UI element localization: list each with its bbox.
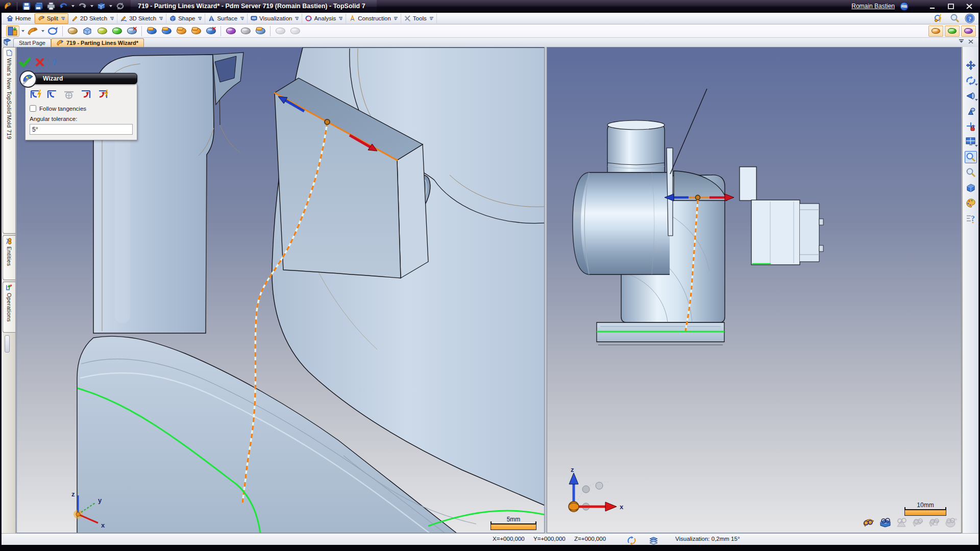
save-all-icon[interactable] — [34, 2, 43, 11]
print-icon[interactable] — [46, 2, 56, 11]
toolbar-cavity-shape-icon[interactable] — [110, 26, 124, 37]
menu-tools-caret-icon[interactable] — [430, 17, 433, 20]
undo-icon[interactable] — [59, 2, 68, 11]
anchor-point-icon[interactable] — [62, 88, 76, 101]
menu-3d-sketch-caret-icon[interactable] — [159, 17, 163, 20]
menu-visualization-caret-icon[interactable] — [295, 17, 299, 20]
minimize-button[interactable] — [926, 2, 939, 11]
save-icon[interactable] — [22, 2, 31, 11]
visibility-blue-icon[interactable] — [879, 517, 892, 528]
orbit-icon[interactable] — [965, 74, 977, 87]
angular-tolerance-input[interactable] — [30, 124, 133, 135]
toolbar-mold-part-1-icon[interactable] — [145, 26, 158, 37]
undo-caret-icon[interactable] — [71, 5, 75, 7]
menu-home[interactable]: Home — [4, 13, 35, 23]
model-view-right[interactable] — [547, 47, 962, 533]
filter-green-icon[interactable] — [945, 26, 960, 37]
viewport-layout-icon[interactable] — [965, 136, 977, 148]
toolbar-stamp-1-icon[interactable] — [274, 26, 287, 37]
toolbar-block-shape-icon[interactable] — [81, 26, 94, 37]
propagate-forward-auto-icon[interactable] — [95, 88, 108, 101]
menu-shape-caret-icon[interactable] — [198, 17, 202, 20]
toolbar-purple-part-icon[interactable] — [224, 26, 237, 37]
redo-caret-icon[interactable] — [90, 5, 93, 7]
close-button[interactable] — [963, 2, 976, 11]
toolbar-rotate-angle-icon[interactable]: x — [46, 26, 59, 37]
menu-construction[interactable]: Construction — [346, 13, 401, 23]
menu-split[interactable]: Split — [35, 13, 68, 24]
sidebar-tab-entities[interactable]: Entities — [3, 235, 15, 280]
menu-visualization[interactable]: Visualization — [248, 13, 302, 23]
visibility-gray-3-icon[interactable] — [928, 517, 941, 528]
palette-icon[interactable] — [965, 197, 977, 209]
view-camera-icon[interactable] — [965, 105, 977, 117]
tab-parting-lines-wizard[interactable]: 719 - Parting Lines Wizard* — [51, 38, 144, 47]
menu-construction-caret-icon[interactable] — [394, 17, 398, 20]
view-style-caret-icon[interactable] — [109, 5, 112, 7]
pan-icon[interactable] — [965, 59, 977, 71]
filter-pink-icon[interactable] — [961, 26, 976, 37]
magnifier-icon[interactable] — [949, 13, 960, 23]
refresh-icon[interactable] — [115, 2, 125, 11]
toolbar-core-shape-icon[interactable] — [95, 26, 109, 37]
sidebar-tab-whats-new[interactable]: What's New TopSolid'Mold 719 — [3, 47, 15, 234]
toolbar-wizard-caret-icon[interactable] — [41, 30, 44, 32]
menu-shape[interactable]: Shape — [166, 13, 205, 23]
step-backward-icon[interactable] — [46, 88, 59, 101]
model-base-right[interactable] — [597, 322, 724, 345]
context-help-icon[interactable]: ? — [965, 212, 977, 224]
toolbar-new-caret-icon[interactable] — [21, 30, 24, 32]
user-avatar[interactable]: RB — [900, 2, 909, 11]
sidebar-tab-operations[interactable]: Operations — [3, 282, 15, 333]
menu-surface-caret-icon[interactable] — [240, 17, 244, 20]
menu-tools[interactable]: Tools — [401, 13, 437, 23]
window-title-tab[interactable]: 719 - Parting Lines Wizard* - Pdm Server… — [131, 0, 377, 13]
menu-split-caret-icon[interactable] — [61, 17, 65, 20]
visibility-gray-4-icon[interactable]: % — [944, 517, 957, 528]
visibility-orange-icon[interactable] — [863, 517, 875, 528]
toolbar-gray-part-icon[interactable] — [239, 26, 252, 37]
parting-point-marker-right[interactable] — [696, 195, 700, 200]
toolbar-pin-part-icon[interactable] — [254, 26, 267, 37]
propagate-backward-auto-icon[interactable] — [30, 88, 43, 101]
cancel-cross-icon[interactable] — [34, 57, 45, 68]
follow-tangencies-row[interactable]: Follow tangencies — [30, 105, 133, 112]
model-cylinder-vertical[interactable] — [607, 120, 665, 172]
zoom-window-icon[interactable] — [965, 151, 977, 163]
axis-lock-icon[interactable] — [965, 120, 977, 133]
wizard-header[interactable]: Wizard — [25, 73, 137, 84]
user-account-link[interactable]: Romain Bastien — [851, 3, 895, 10]
toolbar-delete-face-icon[interactable] — [125, 26, 138, 37]
filter-orange-icon[interactable] — [928, 26, 943, 37]
layers-status-icon[interactable] — [649, 536, 658, 545]
toolbar-mold-part-4-icon[interactable] — [189, 26, 203, 37]
visibility-gray-1-icon[interactable] — [895, 517, 908, 528]
menu-analysis-caret-icon[interactable] — [339, 17, 342, 20]
maximize-button[interactable] — [944, 2, 958, 11]
visibility-gray-2-icon[interactable] — [912, 517, 924, 528]
tab-close-icon[interactable] — [968, 37, 973, 46]
help-question-icon[interactable]: ? — [49, 57, 60, 68]
menu-3d-sketch[interactable]: 3D Sketch — [117, 13, 166, 23]
render-cube-icon[interactable] — [965, 182, 977, 194]
confirm-check-icon[interactable] — [19, 57, 31, 68]
menu-analysis[interactable]: Analysis — [302, 13, 346, 23]
help-icon[interactable]: ? — [964, 13, 975, 23]
toolbar-mold-part-5-icon[interactable] — [204, 26, 217, 37]
menu-2d-sketch[interactable]: 2D Sketch — [68, 13, 117, 23]
model-cylinder-horizontal[interactable] — [573, 172, 670, 274]
viewport-left[interactable]: ? Wizard — [16, 47, 545, 533]
toolbar-mold-part-3-icon[interactable] — [175, 26, 188, 37]
toolbar-wizard-swoosh-icon[interactable] — [26, 26, 39, 37]
rotation-status-icon[interactable] — [627, 536, 636, 545]
view-style-icon[interactable] — [96, 2, 106, 11]
parting-point-marker[interactable] — [325, 119, 330, 124]
menu-surface[interactable]: Surface — [205, 13, 248, 23]
zoom-icon[interactable] — [965, 166, 977, 179]
tab-start-page[interactable]: Start Page — [13, 38, 51, 47]
sidebar-splitter-handle[interactable] — [5, 335, 10, 353]
follow-tangencies-checkbox[interactable] — [30, 105, 36, 112]
tab-list-icon[interactable] — [959, 37, 965, 46]
toolbar-new-layout-icon[interactable] — [6, 26, 19, 37]
toolbar-gold-swoosh-icon[interactable] — [66, 26, 79, 37]
